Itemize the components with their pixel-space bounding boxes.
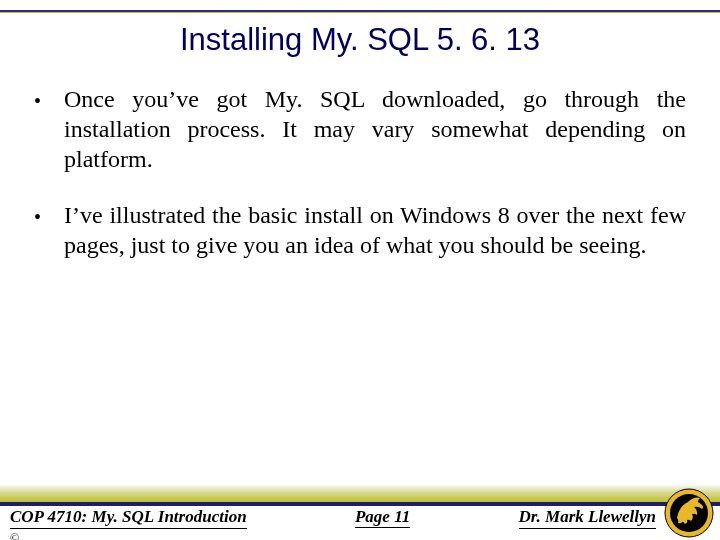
bullet-item: • Once you’ve got My. SQL downloaded, go… [34,84,686,174]
footer: COP 4710: My. SQL Introduction Page 11 D… [0,490,720,540]
ucf-pegasus-logo-icon [664,488,714,538]
footer-page: Page 11 [247,507,519,527]
slide-body: • Once you’ve got My. SQL downloaded, go… [0,66,720,260]
bullet-text: Once you’ve got My. SQL downloaded, go t… [64,84,686,174]
footer-rule [0,501,720,506]
footer-gradient-bar [0,484,720,502]
footer-text-row: COP 4710: My. SQL Introduction Page 11 D… [0,507,720,537]
copyright-icon: © [10,531,19,540]
bullet-text: I’ve illustrated the basic install on Wi… [64,200,686,260]
top-rule [0,10,720,13]
footer-course: COP 4710: My. SQL Introduction [0,507,247,527]
bullet-item: • I’ve illustrated the basic install on … [34,200,686,260]
slide: Installing My. SQL 5. 6. 13 • Once you’v… [0,0,720,540]
footer-page-label: Page 11 [355,507,410,528]
bullet-marker: • [34,200,64,232]
bullet-marker: • [34,84,64,116]
